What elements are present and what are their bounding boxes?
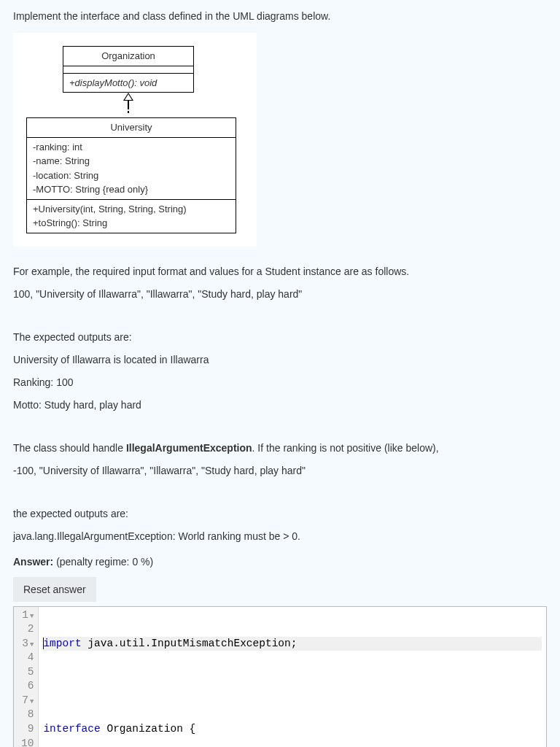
example-input: 100, "University of Illawarra", "Illawar… <box>13 287 547 302</box>
editor-content[interactable]: import java.util.InputMismatchException;… <box>39 607 546 748</box>
line-number: 2 <box>21 622 34 637</box>
page-root: Implement the interface and class define… <box>0 0 560 747</box>
exception-input: -100, "University of Illawarra", "Illawa… <box>13 463 547 479</box>
exception-outputs-label: the expected outputs are: <box>13 506 547 522</box>
exception-note-pre: The class should handle <box>13 442 126 454</box>
expected-output-3: Motto: Study hard, play hard <box>13 398 547 413</box>
expected-output-2: Ranking: 100 <box>13 375 547 390</box>
line-number: 6 <box>21 679 34 694</box>
connector-dash <box>128 111 129 113</box>
uml-method: +toString(): String <box>33 216 230 231</box>
uml-attr: -MOTTO: String {read only} <box>33 182 230 197</box>
line-number: 10 <box>21 737 34 747</box>
penalty-value: (penalty regime: 0 %) <box>56 556 153 568</box>
uml-diagram: Organization +displayMotto(): void Unive… <box>13 33 257 247</box>
triangle-icon <box>123 93 133 101</box>
uml-attr: -ranking: int <box>33 140 230 155</box>
fold-icon[interactable]: ▼ <box>30 641 34 649</box>
connector-line <box>128 101 129 109</box>
uml-university: University -ranking: int -name: String -… <box>26 117 236 233</box>
expected-outputs-label: The expected outputs are: <box>13 330 547 345</box>
code-line[interactable]: import java.util.InputMismatchException; <box>43 637 542 651</box>
line-number: 5 <box>21 665 34 680</box>
line-number: 1▼ <box>21 608 34 623</box>
exception-note-post: . If the ranking is not positive (like b… <box>252 442 439 454</box>
exception-note: The class should handle IllegalArgumentE… <box>13 441 547 456</box>
uml-org-title: Organization <box>63 47 193 66</box>
uml-attr: -location: String <box>33 169 230 183</box>
code-editor[interactable]: 1▼ 2 3▼ 4 5 6 7▼ 8 9 10 import java.util… <box>13 606 547 748</box>
uml-univ-title: University <box>27 118 236 138</box>
uml-univ-attrs: -ranking: int -name: String -location: S… <box>27 138 236 200</box>
reset-answer-button[interactable]: Reset answer <box>13 577 96 602</box>
example-intro: For example, the required input format a… <box>13 264 547 279</box>
fold-icon[interactable]: ▼ <box>30 613 34 620</box>
exception-class: IllegalArgumentException <box>126 442 252 454</box>
fold-icon[interactable]: ▼ <box>30 698 34 705</box>
code-line[interactable]: interface Organization { <box>43 722 542 737</box>
line-number: 8 <box>21 708 34 722</box>
line-number: 9 <box>21 722 34 737</box>
uml-method: +University(int, String, String, String) <box>33 202 230 217</box>
instruction-text: Implement the interface and class define… <box>13 9 547 24</box>
code-line[interactable] <box>43 679 542 694</box>
uml-realization-arrow <box>63 93 194 117</box>
uml-univ-methods: +University(int, String, String, String)… <box>27 200 236 233</box>
uml-org-method: +displayMotto(): void <box>63 74 193 93</box>
line-number: 7▼ <box>21 694 34 708</box>
expected-output-1: University of Illawarra is located in Il… <box>13 352 547 368</box>
line-number: 4 <box>21 651 34 665</box>
exception-output: java.lang.IllegalArgumentException: Worl… <box>13 529 547 544</box>
line-number: 3▼ <box>21 637 34 651</box>
uml-attr: -name: String <box>33 154 230 169</box>
editor-gutter: 1▼ 2 3▼ 4 5 6 7▼ 8 9 10 <box>14 607 39 748</box>
answer-header: Answer: (penalty regime: 0 %) <box>13 554 547 570</box>
uml-org-attrs <box>63 66 193 74</box>
answer-label: Answer: <box>13 556 53 568</box>
uml-organization: Organization +displayMotto(): void <box>63 46 194 93</box>
